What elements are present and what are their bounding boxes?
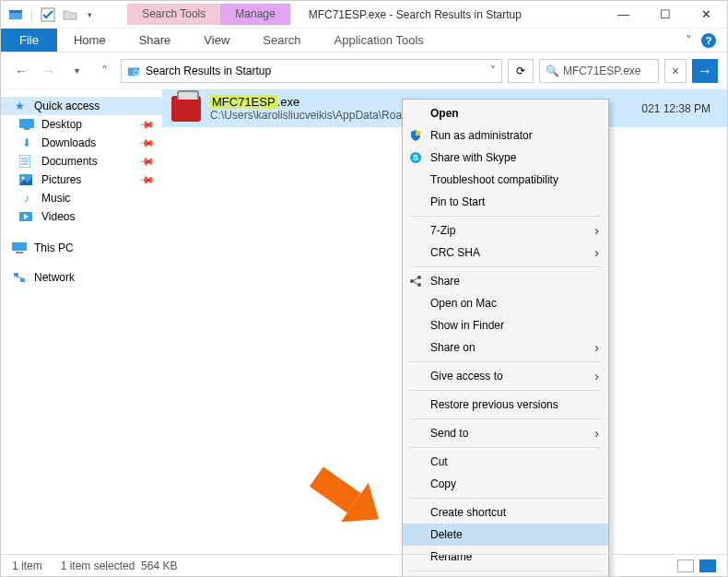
details-view-button[interactable] — [677, 559, 694, 572]
apptools-tab[interactable]: Application Tools — [318, 29, 440, 52]
sidebar-item-label: Pictures — [41, 173, 81, 186]
ctx-delete[interactable]: Delete — [403, 524, 608, 546]
ctx-open[interactable]: Open — [403, 102, 608, 124]
ctx-open-mac[interactable]: Open on Mac — [403, 292, 608, 314]
quick-access[interactable]: ★ Quick access — [1, 97, 162, 115]
ctx-label: Restore previous versions — [430, 398, 558, 411]
share-icon — [408, 274, 423, 288]
qat-dropdown-icon[interactable]: ▾ — [88, 10, 92, 19]
ctx-7zip[interactable]: 7-Zip› — [403, 219, 608, 241]
search-location-icon — [127, 65, 140, 77]
ctx-cut[interactable]: Cut — [403, 451, 608, 473]
this-pc-label: This PC — [34, 241, 74, 254]
go-button[interactable]: → — [692, 59, 718, 83]
refresh-button[interactable]: ⟳ — [508, 59, 534, 83]
ctx-separator — [410, 447, 601, 448]
sidebar-item-downloads[interactable]: ⬇ Downloads 📌 — [1, 134, 162, 152]
minimize-button[interactable]: — — [603, 1, 644, 29]
ctx-label: Delete — [430, 528, 463, 541]
search-icon: 🔍 — [546, 65, 559, 77]
pc-icon — [12, 242, 27, 253]
quick-access-toolbar: | ▾ — [1, 7, 100, 22]
ctx-label: Pin to Start — [430, 195, 485, 208]
ctx-troubleshoot[interactable]: Troubleshoot compatibility — [403, 169, 608, 191]
ctx-pin-start[interactable]: Pin to Start — [403, 191, 608, 213]
svg-rect-18 — [20, 278, 25, 282]
home-tab[interactable]: Home — [57, 29, 123, 52]
ctx-label: Open — [430, 107, 459, 120]
manage-tab[interactable]: Manage — [220, 4, 289, 24]
recent-dropdown-icon[interactable]: ▾ — [65, 60, 88, 82]
svg-line-19 — [16, 277, 23, 278]
svg-rect-15 — [12, 242, 27, 251]
ctx-copy[interactable]: Copy — [403, 473, 608, 495]
ctx-label: 7-Zip — [430, 224, 455, 237]
ctx-shortcut[interactable]: Create shortcut — [403, 501, 608, 524]
search-tools-tab[interactable]: Search Tools — [127, 4, 220, 24]
ctx-show-finder[interactable]: Show in Finder — [403, 314, 608, 336]
ctx-give-access[interactable]: Give access to› — [403, 365, 608, 387]
navigation-pane: ★ Quick access Desktop 📌 ⬇ Downloads 📌 D… — [1, 89, 162, 554]
folder-qat-icon[interactable] — [63, 7, 77, 22]
title-bar: | ▾ Search Tools Manage MFC71ESP.exe - S… — [1, 1, 727, 29]
manage-label: Manage — [235, 7, 275, 20]
forward-button[interactable]: → — [38, 60, 60, 82]
context-menu: Open Run as administrator S Share with S… — [402, 99, 609, 577]
file-tab[interactable]: File — [1, 29, 57, 52]
star-icon: ★ — [12, 100, 27, 112]
ctx-restore[interactable]: Restore previous versions — [403, 394, 608, 416]
search-text: MFC71ESP.exe — [563, 65, 641, 77]
this-pc[interactable]: This PC — [1, 239, 162, 257]
search-tab[interactable]: Search — [246, 29, 317, 52]
status-item-count: 1 item — [12, 559, 42, 572]
address-bar-row: ← → ▾ ˄ Search Results in Startup ˅ ⟳ 🔍 … — [1, 53, 727, 89]
sidebar-item-documents[interactable]: Documents 📌 — [1, 152, 162, 171]
up-button[interactable]: ˄ — [93, 60, 115, 82]
sidebar-item-pictures[interactable]: Pictures 📌 — [1, 171, 162, 189]
ctx-share-skype[interactable]: S Share with Skype — [403, 147, 608, 169]
quick-access-label: Quick access — [34, 100, 100, 112]
ctx-label: Share with Skype — [430, 151, 516, 164]
ctx-share[interactable]: Share — [403, 270, 608, 292]
address-box[interactable]: Search Results in Startup ˅ — [121, 59, 502, 83]
ctx-send-to[interactable]: Send to› — [403, 422, 608, 444]
ctx-crc[interactable]: CRC SHA› — [403, 241, 608, 264]
sidebar-item-label: Music — [41, 192, 70, 205]
maximize-button[interactable]: ☐ — [644, 1, 686, 29]
back-button[interactable]: ← — [10, 60, 32, 82]
share-tab[interactable]: Share — [123, 29, 188, 52]
sidebar-item-videos[interactable]: Videos — [1, 207, 162, 226]
desktop-icon — [19, 119, 34, 130]
close-button[interactable]: ✕ — [686, 1, 727, 29]
videos-icon — [19, 212, 34, 221]
pin-icon: 📌 — [137, 171, 155, 188]
window-title: MFC71ESP.exe - Search Results in Startup — [290, 8, 603, 21]
svg-rect-16 — [16, 252, 23, 253]
ctx-share-on[interactable]: Share on› — [403, 336, 608, 359]
ctx-separator — [410, 418, 601, 419]
svg-point-23 — [417, 283, 421, 287]
help-icon[interactable]: ? — [701, 33, 716, 48]
icons-view-button[interactable] — [699, 559, 716, 572]
shield-icon — [408, 128, 423, 143]
search-input[interactable]: 🔍 MFC71ESP.exe — [539, 59, 659, 83]
ctx-label: Show in Finder — [430, 319, 504, 332]
main-area: ★ Quick access Desktop 📌 ⬇ Downloads 📌 D… — [1, 89, 727, 554]
view-tab[interactable]: View — [187, 29, 246, 52]
ribbon-expand-icon[interactable]: ˅ — [686, 33, 692, 48]
ctx-separator — [410, 216, 601, 217]
address-dropdown-icon[interactable]: ˅ — [490, 65, 496, 77]
qat-divider: | — [30, 8, 33, 21]
clear-search-button[interactable]: × — [664, 59, 687, 83]
music-icon: ♪ — [19, 192, 34, 205]
sidebar-item-label: Downloads — [41, 136, 96, 149]
ctx-run-admin[interactable]: Run as administrator — [403, 124, 608, 147]
search-tools-label: Search Tools — [142, 7, 205, 20]
sidebar-item-label: Desktop — [41, 118, 82, 131]
downloads-icon: ⬇ — [19, 136, 34, 149]
checkbox-icon[interactable] — [41, 7, 55, 22]
pin-icon: 📌 — [137, 115, 155, 133]
network[interactable]: Network — [1, 268, 162, 287]
sidebar-item-music[interactable]: ♪ Music — [1, 189, 162, 207]
sidebar-item-desktop[interactable]: Desktop 📌 — [1, 115, 162, 134]
